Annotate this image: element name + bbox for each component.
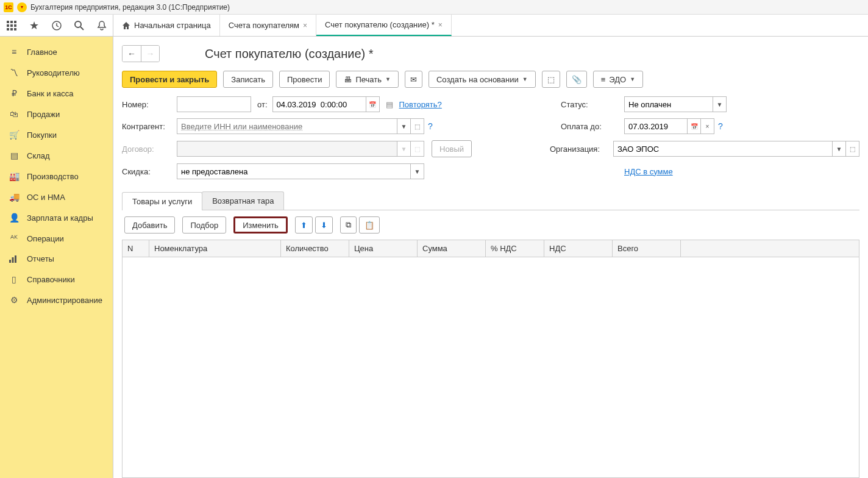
chevron-down-icon[interactable]: ▼ — [713, 96, 727, 112]
home-icon — [122, 21, 130, 30]
col-vat[interactable]: НДС — [544, 240, 613, 257]
sidebar-item-assets[interactable]: 🚚ОС и НМА — [0, 187, 113, 207]
discount-select[interactable]: ▼ — [177, 163, 424, 179]
sidebar-item-manager[interactable]: 〽Руководителю — [0, 62, 113, 83]
col-total[interactable]: Всего — [613, 240, 681, 257]
tab-returnable-tare[interactable]: Возвратная тара — [202, 191, 284, 210]
open-icon[interactable]: ⬚ — [846, 141, 859, 157]
status-select[interactable]: ▼ — [624, 96, 727, 112]
form-rows: Номер: от: 📅 ▤ Повторять? Статус: ▼ — [122, 96, 859, 185]
app-menu-dropdown-icon[interactable]: ▾ — [17, 2, 27, 12]
vat-in-sum-link[interactable]: НДС в сумме — [624, 167, 673, 176]
move-down-button[interactable]: ⬇ — [315, 216, 333, 234]
help-icon[interactable]: ? — [428, 121, 433, 131]
sidebar-item-salary[interactable]: 👤Зарплата и кадры — [0, 207, 113, 228]
print-button[interactable]: 🖶 Печать ▼ — [336, 71, 399, 88]
paste-button[interactable]: 📋 — [359, 216, 380, 234]
list-icon[interactable]: ▤ — [386, 100, 393, 109]
history-icon[interactable] — [50, 19, 63, 32]
top-toolbar-left: ★ — [0, 15, 113, 36]
logo-1c-icon: 1С — [4, 2, 13, 12]
svg-rect-6 — [7, 28, 9, 30]
layout: ≡Главное 〽Руководителю ₽Банк и касса 🛍Пр… — [0, 37, 868, 478]
col-extra — [681, 240, 859, 257]
main-content: ← → Счет покупателю (создание) * Провест… — [113, 37, 868, 478]
change-button[interactable]: Изменить — [233, 216, 288, 234]
tabstrip: Начальная страница Счета покупателям × С… — [113, 15, 452, 36]
attachment-button[interactable]: 📎 — [566, 71, 587, 88]
contract-input-group: ▼ ⬚ — [177, 141, 424, 157]
forward-button[interactable]: → — [141, 46, 159, 62]
sidebar-item-refs[interactable]: ▯Справочники — [0, 269, 113, 290]
sidebar-item-admin[interactable]: ⚙Администрирование — [0, 290, 113, 310]
col-price[interactable]: Цена — [349, 240, 418, 257]
svg-rect-5 — [14, 24, 16, 27]
pay-before-input[interactable] — [624, 118, 688, 134]
add-row-button[interactable]: Добавить — [124, 216, 175, 234]
search-icon[interactable] — [73, 19, 86, 32]
sidebar-item-sales[interactable]: 🛍Продажи — [0, 104, 113, 124]
sidebar-item-warehouse[interactable]: ▤Склад — [0, 145, 113, 166]
table-header: N Номенклатура Количество Цена Сумма % Н… — [123, 240, 859, 257]
save-button[interactable]: Записать — [223, 71, 273, 88]
back-button[interactable]: ← — [123, 46, 141, 62]
tab-invoices[interactable]: Счета покупателям × — [220, 15, 316, 36]
sidebar-item-purchases[interactable]: 🛒Покупки — [0, 124, 113, 145]
tab-goods[interactable]: Товары и услуги — [122, 192, 202, 210]
email-button[interactable]: ✉ — [405, 71, 422, 88]
sidebar-item-bank[interactable]: ₽Банк и касса — [0, 83, 113, 104]
post-button[interactable]: Провести — [279, 71, 330, 88]
col-quantity[interactable]: Количество — [281, 240, 349, 257]
goods-table: N Номенклатура Количество Цена Сумма % Н… — [122, 240, 859, 478]
repeat-link[interactable]: Повторять? — [399, 100, 442, 109]
structure-button[interactable]: ⬚ — [542, 71, 560, 88]
sidebar-item-main[interactable]: ≡Главное — [0, 41, 113, 62]
chevron-down-icon[interactable]: ▼ — [833, 141, 846, 157]
col-nomenclature[interactable]: Номенклатура — [149, 240, 281, 257]
bag-icon: 🛍 — [9, 109, 20, 119]
table-toolbar: Добавить Подбор Изменить ⬆ ⬇ ⧉ 📋 — [122, 210, 859, 240]
new-contract-button[interactable]: Новый — [432, 140, 472, 157]
create-based-on-button[interactable]: Создать на основании ▼ — [429, 71, 536, 88]
clear-icon[interactable]: × — [701, 118, 714, 134]
sidebar-item-reports[interactable]: Отчеты — [0, 249, 113, 269]
calendar-icon[interactable]: 📅 — [688, 118, 701, 134]
move-up-button[interactable]: ⬆ — [295, 216, 313, 234]
help-icon[interactable]: ? — [718, 121, 723, 131]
col-sum[interactable]: Сумма — [418, 240, 486, 257]
col-n[interactable]: N — [123, 240, 149, 257]
cart-icon: 🛒 — [9, 130, 20, 140]
status-value[interactable] — [624, 96, 713, 112]
top-toolbar: ★ Начальная страница Счета покупателям ×… — [0, 15, 868, 37]
tab-invoice-create-label: Счет покупателю (создание) * — [325, 20, 435, 29]
apps-grid-icon[interactable] — [5, 19, 18, 32]
contract-input — [177, 141, 397, 157]
open-icon[interactable]: ⬚ — [411, 118, 424, 134]
sidebar-item-production[interactable]: 🏭Производство — [0, 166, 113, 187]
post-and-close-button[interactable]: Провести и закрыть — [122, 71, 217, 88]
col-vat-percent[interactable]: % НДС — [486, 240, 544, 257]
date-input[interactable] — [272, 96, 366, 112]
edo-button[interactable]: ≡ ЭДО ▼ — [593, 71, 643, 88]
tab-invoice-create[interactable]: Счет покупателю (создание) * × — [316, 15, 452, 36]
copy-button[interactable]: ⧉ — [340, 216, 357, 234]
number-input[interactable] — [177, 96, 251, 112]
star-icon[interactable]: ★ — [27, 19, 41, 32]
sidebar-item-label: Покупки — [27, 130, 57, 140]
sidebar-item-operations[interactable]: ᴬᴷОперации — [0, 228, 113, 249]
arrow-up-icon: ⬆ — [301, 221, 307, 230]
move-buttons: ⬆ ⬇ — [295, 216, 333, 234]
chevron-down-icon[interactable]: ▼ — [411, 163, 424, 179]
close-icon[interactable]: × — [438, 21, 443, 29]
svg-rect-13 — [12, 257, 14, 263]
selection-button[interactable]: Подбор — [182, 216, 226, 234]
tab-home[interactable]: Начальная страница — [113, 15, 220, 36]
bell-icon[interactable] — [95, 19, 108, 32]
chevron-down-icon[interactable]: ▼ — [397, 118, 411, 134]
counterparty-input[interactable] — [177, 118, 397, 134]
calendar-icon[interactable]: 📅 — [366, 96, 380, 112]
paperclip-icon: 📎 — [572, 75, 582, 84]
close-icon[interactable]: × — [303, 21, 307, 30]
discount-value[interactable] — [177, 163, 411, 179]
org-input[interactable] — [613, 141, 833, 157]
